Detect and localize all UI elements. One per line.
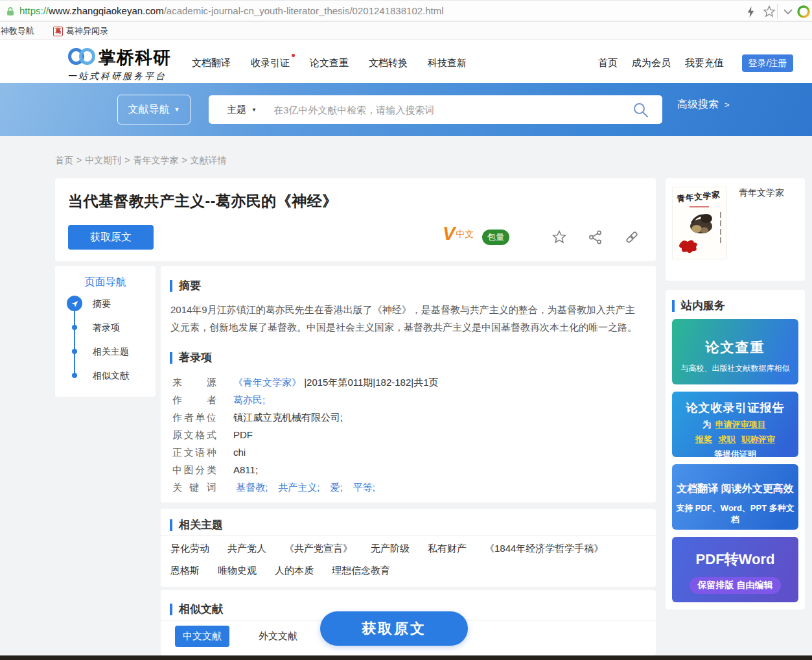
link-become-member[interactable]: 成为会员 — [632, 57, 671, 69]
floating-get-fulltext-button[interactable]: 获取原文 — [320, 611, 468, 646]
site-services-card: 站内服务 论文查重 与高校、出版社文献数据库相似 论文收录引证报告 为 申请评审… — [666, 290, 805, 609]
topic-link[interactable]: 无产阶级 — [371, 543, 410, 555]
article-title-card: 当代基督教共产主义--葛亦民的《神经》 获取原文 V 中文 包量 — [55, 178, 656, 261]
biblio-value: |2015年第011期|182-182|共1页 — [304, 377, 438, 388]
page-nav-item-biblio[interactable]: 著录项 — [93, 322, 120, 334]
service-pdf-to-word-banner[interactable]: PDF转Word 保留排版 自由编辑 — [672, 537, 798, 602]
logo-tagline: 一站式科研服务平台 — [67, 71, 171, 82]
topic-link[interactable]: 《1844年经济学哲学手稿》 — [485, 543, 603, 555]
chevron-down-icon[interactable] — [780, 4, 796, 19]
favorite-star-icon[interactable] — [551, 229, 568, 246]
nav-item-doc-translate[interactable]: 文档翻译 — [192, 57, 231, 69]
journal-link[interactable]: 《青年文学家》 — [233, 377, 301, 388]
dropdown-arrow-icon: ▼ — [174, 106, 180, 113]
abstract-section-heading: 摘要 — [170, 278, 201, 293]
get-fulltext-button[interactable]: 获取原文 — [68, 225, 154, 250]
language-badge-label: 中文 — [456, 229, 474, 242]
page-nav-item-similar-docs[interactable]: 相似文献 — [93, 370, 129, 382]
biblio-value: A811; — [233, 464, 258, 475]
biblio-label: 中图分类 — [172, 464, 216, 477]
biblio-label: 正文语种 — [172, 447, 216, 459]
url-path: /academic-journal-cn_youth-literator_the… — [164, 5, 444, 16]
topic-link[interactable]: 理想信念教育 — [332, 565, 390, 577]
tab-chinese-docs[interactable]: 中文文献 — [175, 626, 229, 647]
topic-link[interactable]: 人的本质 — [275, 565, 314, 577]
topic-link[interactable]: 私有财产 — [428, 543, 467, 555]
services-heading: 站内服务 — [681, 298, 725, 313]
breadcrumb: 首页 > 中文期刊 > 青年文学家 > 文献详情 — [55, 155, 227, 167]
lightning-icon[interactable] — [743, 4, 758, 19]
breadcrumb-journal-name[interactable]: 青年文学家 — [133, 155, 178, 167]
login-register-button[interactable]: 登录/注册 — [742, 54, 793, 72]
bookmark-item[interactable]: 葛 葛神异闻录 — [53, 22, 108, 40]
link-recharge[interactable]: 我要充值 — [685, 57, 724, 69]
service-link-review-project[interactable]: 申请评审项目 — [715, 419, 766, 429]
service-subtitle: 保留排版 自由编辑 — [690, 577, 782, 594]
keyword-link[interactable]: 基督教; — [236, 482, 268, 493]
keyword-link[interactable]: 平等; — [353, 482, 375, 493]
biblio-row-format: 原文格式PDF — [172, 429, 253, 442]
keyword-link[interactable]: 爱; — [331, 482, 343, 493]
timeline-dot — [72, 325, 77, 330]
breadcrumb-separator: > — [76, 155, 82, 167]
browser-avatar-icon[interactable] — [796, 4, 811, 19]
biblio-section-heading: 著录项 — [170, 350, 212, 365]
topic-link[interactable]: 恩格斯 — [170, 565, 200, 577]
nav-item-novelty-search[interactable]: 科技查新 — [428, 57, 467, 69]
site-logo[interactable]: 掌桥科研 一站式科研服务平台 — [67, 45, 171, 82]
author-link[interactable]: 葛亦民; — [233, 394, 265, 405]
biblio-row-keywords: 关键词 基督教;共产主义;爱;平等; — [172, 482, 386, 494]
section-accent-bar — [170, 280, 172, 292]
browser-url-bar[interactable]: https://www.zhangqiaokeyan.com/academic-… — [0, 0, 812, 21]
check-v-icon: V — [443, 225, 455, 242]
url-text[interactable]: https://www.zhangqiaokeyan.com/academic-… — [19, 1, 444, 21]
page-nav-item-abstract[interactable]: 摘要 — [93, 298, 111, 310]
nav-item-plagiarism-check[interactable]: 论文查重 — [310, 57, 349, 69]
page-root: https://www.zhangqiaokeyan.com/academic-… — [0, 0, 812, 660]
search-category-dropdown[interactable]: 主题 ▼ — [209, 104, 257, 116]
page-nav-item-related-topics[interactable]: 相关主题 — [93, 346, 129, 358]
section-accent-bar — [170, 352, 172, 364]
search-input[interactable] — [257, 104, 632, 115]
service-plagiarism-check-banner[interactable]: 论文查重 与高校、出版社文献数据库相似 — [672, 319, 798, 384]
service-link-title-review[interactable]: 职称评审 — [741, 434, 775, 444]
related-topics-list: 异化劳动 共产党人 《共产党宣言》 无产阶级 私有财产 《1844年经济学哲学手… — [170, 543, 644, 577]
copy-link-icon[interactable] — [623, 229, 640, 246]
nav-item-doc-convert[interactable]: 文档转换 — [369, 57, 408, 69]
topic-link[interactable]: 共产党人 — [227, 543, 266, 555]
service-citation-report-banner[interactable]: 论文收录引证报告 为 申请评审项目 报奖 求职 职称评审 等提供证明 — [672, 392, 798, 457]
nav-item-citation-index[interactable]: 收录引证 — [251, 57, 290, 69]
abstract-heading: 摘要 — [179, 278, 201, 293]
biblio-label: 来源 — [172, 377, 216, 389]
topic-link[interactable]: 唯物史观 — [218, 565, 257, 577]
service-link-award[interactable]: 报奖 — [695, 434, 712, 444]
topic-link[interactable]: 异化劳动 — [170, 543, 209, 555]
abstract-text: 2014年9月江苏镇江的葛亦民先生在香港出版了《神经》，是基督教与共产主义的整合… — [170, 301, 637, 336]
similar-docs-heading: 相似文献 — [179, 602, 223, 617]
breadcrumb-home[interactable]: 首页 — [55, 155, 73, 167]
bookmark-star-icon[interactable] — [761, 4, 777, 19]
article-content-card: 摘要 2014年9月江苏镇江的葛亦民先生在香港出版了《神经》，是基督教与共产主义… — [161, 266, 656, 502]
journal-cover-image[interactable]: 青年文学家 — [672, 187, 727, 259]
topic-link[interactable]: 《共产党宣言》 — [284, 543, 353, 555]
bookmark-item[interactable]: 神敎导航 — [1, 22, 34, 40]
related-topics-card: 相关主题 异化劳动 共产党人 《共产党宣言》 无产阶级 私有财产 《1844年经… — [161, 509, 656, 587]
advanced-search-link[interactable]: 高级搜索 > — [677, 98, 730, 112]
url-host: www.zhangqiaokeyan.com — [49, 5, 164, 16]
share-icon[interactable] — [587, 229, 604, 246]
biblio-row-author: 作者葛亦民; — [172, 394, 265, 407]
bookmark-label: 神敎导航 — [1, 25, 34, 37]
tab-foreign-docs[interactable]: 外文文献 — [251, 626, 305, 647]
link-home[interactable]: 首页 — [598, 57, 618, 69]
service-doc-translate-banner[interactable]: 文档翻译 阅读外文更高效 支持 PDF、Word、PPT 多种文档 — [672, 464, 798, 530]
language-badge: V 中文 — [443, 225, 474, 242]
service-link-job[interactable]: 求职 — [719, 434, 736, 444]
search-icon[interactable] — [632, 101, 662, 119]
keyword-link[interactable]: 共产主义; — [278, 482, 319, 493]
journal-name-link[interactable]: 青年文学家 — [739, 187, 784, 199]
breadcrumb-cn-journal[interactable]: 中文期刊 — [85, 155, 121, 167]
biblio-value: PDF — [233, 429, 253, 440]
site-header: 掌桥科研 一站式科研服务平台 文档翻译 收录引证 论文查重 文档转换 科技查新 … — [0, 40, 812, 83]
logo-infinity-icon — [67, 45, 96, 70]
literature-nav-button[interactable]: 文献导航 ▼ — [117, 95, 191, 124]
